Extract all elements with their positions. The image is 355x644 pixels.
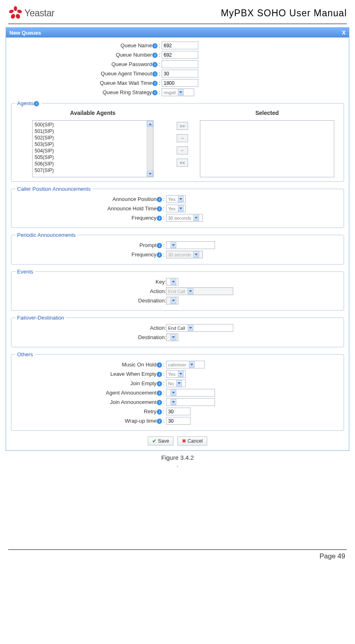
chevron-down-icon: [193, 215, 199, 221]
figure-period: .: [6, 461, 349, 468]
max-wait-label: Queue Max Wait Time: [100, 80, 152, 86]
info-icon[interactable]: i: [152, 43, 158, 49]
chevron-down-icon: [171, 390, 176, 396]
selected-agents-title: Selected: [255, 110, 279, 116]
list-item[interactable]: 503(SIP): [33, 141, 146, 148]
join-empty-label: Join Empty: [130, 380, 156, 386]
list-item[interactable]: 501(SIP): [33, 128, 146, 135]
announce-hold-label: Announce Hold Time: [107, 205, 157, 212]
max-wait-input[interactable]: [162, 79, 198, 87]
move-left-button[interactable]: ←: [177, 146, 188, 154]
scroll-down-icon[interactable]: [147, 171, 153, 176]
list-item[interactable]: 507(SIP): [33, 167, 146, 174]
move-all-right-button[interactable]: >>: [177, 122, 188, 130]
prompt-label: Prompt: [139, 242, 156, 248]
info-icon[interactable]: i: [157, 372, 162, 377]
agent-timeout-input[interactable]: [162, 70, 198, 77]
close-icon[interactable]: X: [342, 29, 346, 36]
available-agents-title: Available Agents: [70, 110, 116, 116]
chevron-down-icon: [171, 298, 176, 304]
info-icon[interactable]: i: [157, 252, 162, 258]
chevron-down-icon: [189, 362, 195, 368]
scroll-up-icon[interactable]: [147, 121, 153, 127]
retry-input[interactable]: [166, 408, 191, 415]
caller-position-fieldset: Caller Position Announcements Announce P…: [11, 186, 344, 228]
selected-agents-listbox[interactable]: [200, 120, 334, 177]
info-icon[interactable]: i: [157, 419, 162, 424]
info-icon[interactable]: i: [157, 216, 162, 221]
join-ann-select[interactable]: [166, 398, 215, 406]
available-agents-listbox[interactable]: 500(SIP) 501(SIP) 502(SIP) 503(SIP) 504(…: [32, 120, 153, 177]
list-item[interactable]: 502(SIP): [33, 135, 146, 141]
key-label: Key:: [156, 279, 166, 285]
list-item[interactable]: 506(SIP): [33, 161, 146, 167]
ev-destination-label: Destination:: [138, 298, 166, 304]
announce-hold-select[interactable]: Yes: [166, 205, 186, 212]
queue-number-label: Queue Number: [116, 52, 152, 58]
list-item[interactable]: 505(SIP): [33, 154, 146, 161]
info-icon[interactable]: i: [152, 71, 158, 77]
info-icon[interactable]: i: [157, 197, 162, 202]
info-icon[interactable]: i: [157, 390, 162, 396]
prompt-select[interactable]: [166, 241, 215, 249]
agent-ann-select[interactable]: [166, 389, 215, 397]
wrapup-input[interactable]: [166, 417, 191, 425]
join-empty-select[interactable]: No: [166, 379, 186, 387]
chevron-down-icon: [178, 205, 184, 212]
pa-frequency-label: Frequency: [131, 251, 156, 258]
queue-name-label: Queue Name: [121, 42, 152, 49]
info-icon[interactable]: i: [152, 53, 158, 58]
info-icon[interactable]: i: [152, 81, 158, 86]
queue-number-input[interactable]: [162, 51, 198, 59]
leave-empty-select[interactable]: Yes: [166, 370, 186, 378]
join-ann-label: Join Announcement: [110, 399, 156, 405]
chevron-down-icon: [188, 325, 193, 331]
ring-strategy-select[interactable]: ringall: [162, 88, 194, 96]
chevron-down-icon: [178, 371, 184, 377]
queue-name-input[interactable]: [162, 42, 198, 49]
header-divider: [8, 24, 347, 24]
wrapup-label: Wrap-up time: [125, 418, 157, 424]
periodic-fieldset: Periodic Announcements Prompti: Frequenc…: [11, 232, 344, 265]
pa-frequency-select: 30 seconds: [166, 251, 203, 258]
queue-password-input[interactable]: [162, 60, 198, 68]
queue-password-label: Queue Password: [112, 61, 152, 67]
info-icon[interactable]: i: [157, 243, 162, 248]
ring-strategy-label: Queue Ring Strategy: [103, 89, 152, 95]
footer-divider: [8, 549, 347, 550]
list-item[interactable]: 500(SIP): [33, 121, 146, 128]
info-icon[interactable]: i: [157, 362, 162, 368]
info-icon[interactable]: i: [152, 90, 158, 95]
svg-point-2: [17, 9, 22, 14]
cp-frequency-select[interactable]: 30 seconds: [166, 214, 203, 222]
scrollbar[interactable]: [147, 121, 153, 177]
move-all-left-button[interactable]: <<: [177, 159, 188, 167]
move-right-button[interactable]: →: [177, 134, 188, 142]
info-icon[interactable]: i: [34, 101, 39, 106]
logo-icon: [8, 6, 23, 20]
info-icon[interactable]: i: [157, 409, 162, 415]
info-icon[interactable]: i: [152, 62, 158, 67]
chevron-down-icon: [176, 380, 182, 386]
list-item[interactable]: 504(SIP): [33, 148, 146, 154]
save-button[interactable]: ✔Save: [148, 437, 173, 446]
chevron-down-icon: [171, 242, 176, 248]
leave-empty-label: Leave When Empty: [110, 371, 156, 377]
info-icon[interactable]: i: [157, 400, 162, 405]
ev-action-label: Action:: [150, 288, 166, 294]
info-icon[interactable]: i: [157, 206, 162, 212]
cancel-button[interactable]: ✖Cancel: [178, 437, 207, 446]
page-number: Page 49: [6, 552, 349, 560]
events-legend: Events: [15, 269, 35, 275]
announce-position-select[interactable]: Yes: [166, 195, 186, 203]
ev-destination-select: [166, 297, 178, 304]
moh-select[interactable]: calmriver: [166, 361, 205, 368]
others-legend: Others: [15, 351, 35, 357]
fo-destination-select: [166, 333, 178, 341]
fo-action-select[interactable]: End Call: [166, 324, 233, 332]
key-select[interactable]: [166, 278, 178, 286]
chevron-down-icon: [171, 399, 176, 405]
info-icon[interactable]: i: [157, 381, 162, 386]
doc-title: MyPBX SOHO User Manual: [221, 8, 347, 19]
logo: Yeastar: [8, 6, 55, 20]
